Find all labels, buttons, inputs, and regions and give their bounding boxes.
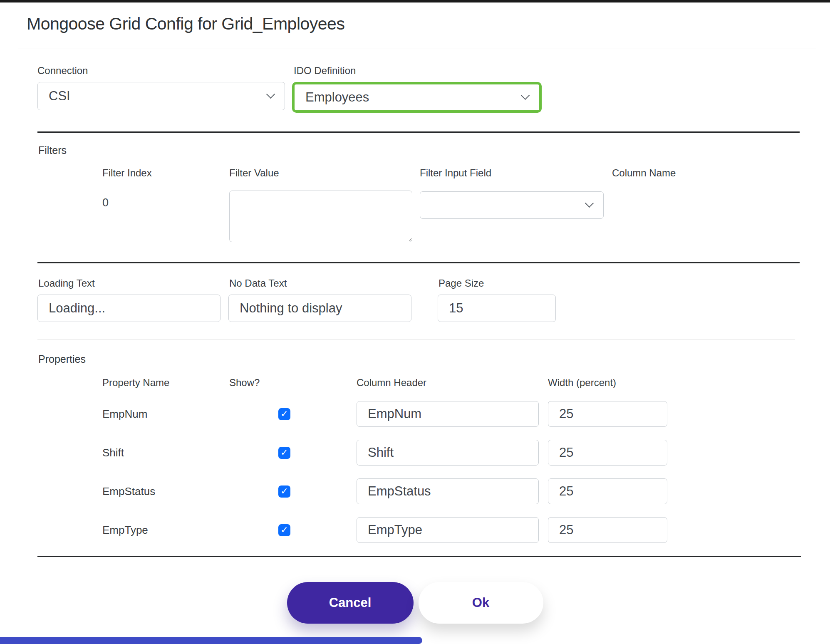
chevron-down-icon	[585, 199, 594, 208]
page-size-field: Page Size	[438, 277, 556, 322]
column-header-header: Column Header	[357, 377, 548, 389]
page-size-input[interactable]	[438, 295, 556, 322]
section-divider	[37, 262, 800, 263]
checkmark-icon: ✓	[280, 409, 288, 419]
ido-definition-label: IDO Definition	[294, 65, 542, 77]
show-checkbox[interactable]: ✓	[278, 485, 290, 498]
loading-text-input[interactable]	[37, 295, 221, 322]
property-name-header: Property Name	[102, 377, 229, 389]
property-name: EmpType	[102, 524, 229, 537]
properties-section: Properties Property Name Show? Column He…	[0, 353, 830, 543]
checkmark-icon: ✓	[280, 486, 288, 497]
section-divider	[37, 556, 801, 557]
property-row: Shift ✓	[102, 440, 830, 466]
properties-rows: EmpNum ✓ Shift ✓	[0, 401, 830, 543]
checkmark-icon: ✓	[280, 447, 288, 458]
width-percent-header: Width (percent)	[548, 377, 616, 389]
property-row: EmpNum ✓	[102, 401, 830, 427]
loading-text-label: Loading Text	[38, 277, 221, 289]
title-divider	[18, 49, 816, 49]
show-header: Show?	[229, 377, 357, 389]
property-row: EmpStatus ✓	[102, 478, 830, 504]
checkmark-icon: ✓	[280, 525, 288, 535]
section-divider	[37, 131, 800, 133]
page-size-label: Page Size	[439, 277, 556, 289]
width-percent-input[interactable]	[548, 478, 667, 504]
width-percent-input[interactable]	[548, 517, 667, 543]
page-title: Mongoose Grid Config for Grid_Employees	[27, 14, 830, 34]
filters-section: Filters Filter Index Filter Value Filter…	[0, 144, 830, 244]
property-row: EmpType ✓	[102, 517, 830, 543]
connection-select[interactable]: CSI	[37, 82, 285, 110]
filter-input-field-select[interactable]	[420, 191, 604, 219]
connection-select-value: CSI	[49, 89, 70, 104]
width-percent-input[interactable]	[548, 401, 667, 427]
chevron-down-icon	[266, 90, 275, 99]
show-checkbox[interactable]: ✓	[278, 524, 290, 536]
loading-text-field: Loading Text	[37, 277, 221, 322]
filter-input-field-header: Filter Input Field	[420, 167, 612, 179]
filter-row: 0	[102, 191, 830, 244]
ido-definition-select-value: Employees	[305, 90, 369, 105]
ok-button[interactable]: Ok	[419, 582, 543, 624]
connection-field: Connection CSI	[37, 65, 285, 113]
width-percent-input[interactable]	[548, 440, 667, 466]
no-data-text-field: No Data Text	[228, 277, 411, 322]
light-divider	[37, 339, 795, 340]
filters-section-label: Filters	[38, 144, 830, 156]
column-header-input[interactable]	[357, 401, 539, 427]
column-header-input[interactable]	[357, 478, 539, 504]
no-data-text-label: No Data Text	[229, 277, 411, 289]
filter-value-textarea[interactable]	[229, 191, 412, 242]
property-name: EmpStatus	[102, 485, 229, 498]
connection-label: Connection	[37, 65, 285, 77]
properties-header-row: Property Name Show? Column Header Width …	[102, 377, 830, 389]
filter-index-value: 0	[102, 191, 229, 209]
properties-section-label: Properties	[38, 353, 830, 365]
filters-header-row: Filter Index Filter Value Filter Input F…	[102, 167, 830, 179]
grid-text-settings-row: Loading Text No Data Text Page Size	[0, 277, 830, 322]
cancel-button[interactable]: Cancel	[287, 582, 414, 624]
filter-value-header: Filter Value	[229, 167, 420, 179]
horizontal-scrollbar[interactable]	[0, 637, 422, 644]
column-name-header: Column Name	[612, 167, 676, 179]
filter-index-header: Filter Index	[102, 167, 229, 179]
property-name: EmpNum	[102, 408, 229, 421]
top-black-bar	[0, 0, 830, 2]
show-checkbox[interactable]: ✓	[278, 447, 290, 459]
ido-definition-field: IDO Definition Employees	[292, 65, 542, 113]
dialog-actions: Cancel Ok	[0, 582, 830, 624]
column-header-input[interactable]	[357, 517, 539, 543]
connection-row: Connection CSI IDO Definition Employees	[0, 65, 830, 113]
ido-definition-select[interactable]: Employees	[292, 82, 542, 113]
property-name: Shift	[102, 446, 229, 459]
no-data-text-input[interactable]	[228, 295, 411, 322]
chevron-down-icon	[521, 91, 530, 100]
column-header-input[interactable]	[357, 440, 539, 466]
show-checkbox[interactable]: ✓	[278, 408, 290, 420]
